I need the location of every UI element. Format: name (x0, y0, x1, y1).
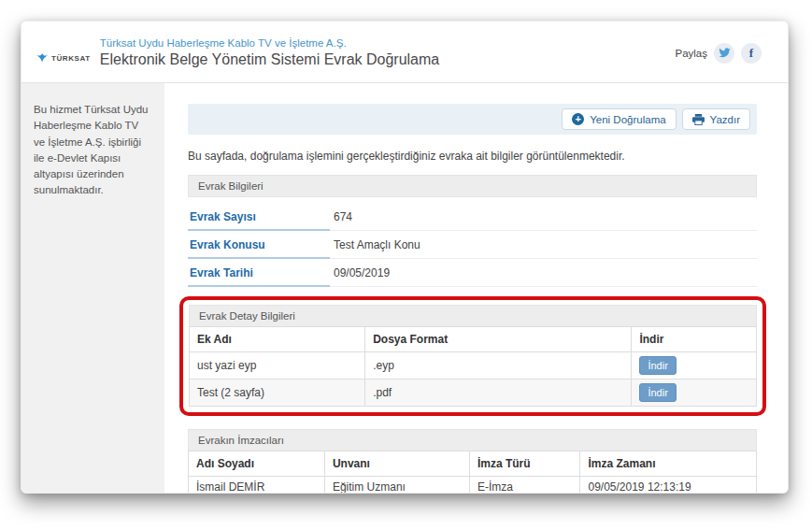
share-widget: Paylaş f (675, 43, 762, 64)
kv-label: Evrak Sayısı (188, 203, 330, 231)
signature-time: 09/05/2019 12:13:19 (580, 477, 757, 494)
sidebar-info-text: Bu hizmet Türksat Uydu Haberleşme Kablo … (34, 104, 149, 195)
signers-title: Evrakın İmzacıları (188, 429, 757, 451)
new-verification-button[interactable]: + Yeni Doğrulama (562, 108, 676, 130)
share-facebook-button[interactable]: f (741, 43, 762, 64)
signature-type: E-İmza (469, 477, 580, 494)
column-header: Adı Soyadı (189, 451, 325, 477)
share-twitter-button[interactable] (714, 43, 734, 64)
printer-icon (692, 114, 705, 125)
column-header: Ek Adı (190, 327, 365, 352)
signers-table: Adı Soyadı Unvanı İmza Türü İmza Zamanı … (188, 451, 757, 494)
brand: TÜRKSAT Türksat Uydu Haberleşme Kablo TV… (36, 36, 439, 68)
attachment-format: .eyp (365, 352, 632, 380)
attachment-name: Test (2 sayfa) (190, 380, 365, 407)
attachment-format: .pdf (365, 380, 632, 407)
kv-value: Test Amaçlı Konu (330, 231, 757, 259)
toolbar: + Yeni Doğrulama Yazdır (188, 104, 757, 135)
main-content: + Yeni Doğrulama Yazdır Bu sayfada, doğr… (164, 83, 788, 494)
plus-circle-icon: + (572, 113, 584, 125)
kv-label: Evrak Konusu (188, 231, 330, 259)
body: Bu hizmet Türksat Uydu Haberleşme Kablo … (21, 83, 788, 494)
intro-text: Bu sayfada, doğrulama işlemini gerçekleş… (188, 150, 757, 163)
download-button[interactable]: İndir (639, 356, 676, 375)
table-row: ust yazi eyp .eyp İndir (190, 352, 757, 380)
kv-row: Evrak Tarihi 09/05/2019 (188, 259, 757, 287)
column-header: Unvanı (324, 451, 469, 477)
signers-section: Evrakın İmzacıları Adı Soyadı Unvanı İmz… (188, 429, 757, 494)
page-card: TÜRKSAT Türksat Uydu Haberleşme Kablo TV… (21, 21, 789, 494)
table-header-row: Adı Soyadı Unvanı İmza Türü İmza Zamanı (189, 451, 757, 477)
table-row: Test (2 sayfa) .pdf İndir (190, 380, 757, 407)
column-header: İndir (632, 327, 757, 352)
header: TÜRKSAT Türksat Uydu Haberleşme Kablo TV… (21, 21, 788, 83)
red-highlight-annotation: Evrak Detay Bilgileri Ek Adı Dosya Forma… (179, 296, 766, 416)
document-info-title: Evrak Bilgileri (188, 175, 757, 197)
attachment-name: ust yazi eyp (190, 352, 365, 380)
turksat-logo: TÜRKSAT (36, 53, 91, 69)
column-header: Dosya Format (365, 327, 632, 352)
turksat-bird-icon (36, 53, 49, 64)
kv-value: 09/05/2019 (330, 259, 757, 287)
signer-title: Eğitim Uzmanı (324, 477, 469, 494)
kv-row: Evrak Sayısı 674 (188, 203, 757, 231)
print-button[interactable]: Yazdır (682, 108, 750, 130)
column-header: İmza Zamanı (580, 451, 757, 477)
kv-label: Evrak Tarihi (188, 259, 330, 287)
download-button[interactable]: İndir (639, 383, 676, 402)
signer-name: İsmail DEMİR (189, 477, 325, 494)
print-label: Yazdır (710, 114, 740, 125)
table-row: İsmail DEMİR Eğitim Uzmanı E-İmza 09/05/… (189, 477, 757, 494)
document-details-table: Ek Adı Dosya Format İndir ust yazi eyp .… (189, 326, 757, 407)
kv-row: Evrak Konusu Test Amaçlı Konu (188, 231, 757, 259)
twitter-bird-icon (719, 48, 731, 58)
table-header-row: Ek Adı Dosya Format İndir (190, 327, 757, 352)
titles: Türksat Uydu Haberleşme Kablo TV ve İşle… (100, 36, 439, 68)
kv-value: 674 (330, 203, 757, 231)
new-verification-label: Yeni Doğrulama (590, 114, 665, 125)
share-label: Paylaş (675, 48, 707, 59)
facebook-f-icon: f (749, 46, 753, 61)
column-header: İmza Türü (469, 451, 580, 477)
org-name: Türksat Uydu Haberleşme Kablo TV ve İşle… (100, 36, 439, 50)
document-details-title: Evrak Detay Bilgileri (189, 305, 757, 326)
page-title: Elektronik Belge Yönetim Sistemi Evrak D… (100, 50, 439, 69)
logo-text: TÜRKSAT (51, 54, 91, 63)
sidebar: Bu hizmet Türksat Uydu Haberleşme Kablo … (21, 83, 164, 494)
document-info-rows: Evrak Sayısı 674 Evrak Konusu Test Amaçl… (188, 203, 757, 287)
